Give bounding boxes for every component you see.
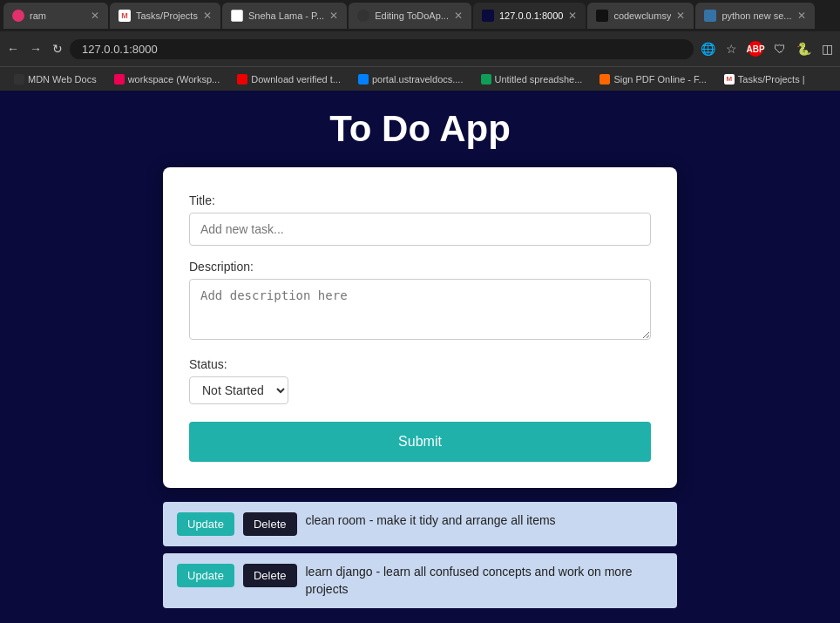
tab-instagram[interactable]: ram ✕	[3, 3, 108, 29]
bookmark-workspace[interactable]: workspace (Worksp...	[107, 72, 227, 86]
bookmark-sign-pdf[interactable]: Sign PDF Online - F...	[593, 72, 713, 86]
status-select[interactable]: Not Started In Progress Completed	[189, 376, 288, 404]
bookmark-download[interactable]: Download verified t...	[230, 72, 348, 86]
tab-python[interactable]: python new se... ✕	[695, 3, 814, 29]
bookmark-tasks[interactable]: M Tasks/Projects |	[717, 72, 812, 86]
bookmark-sheets[interactable]: Untitled spreadshe...	[474, 72, 590, 86]
tab-sneha-close[interactable]: ✕	[329, 10, 338, 22]
description-textarea[interactable]	[189, 279, 651, 340]
bookmark-portal[interactable]: portal.ustraveldocs....	[351, 72, 471, 86]
tab-gmail-label: Tasks/Projects	[136, 10, 198, 21]
page-title: To Do App	[329, 108, 511, 150]
task-item-1: Update Delete clean room - make it tidy …	[163, 502, 677, 546]
address-bar[interactable]: 127.0.0.1:8000	[70, 39, 694, 59]
address-bar-row: ← → ↻ 127.0.0.1:8000 🌐 ☆ ABP 🛡 🐍 ◫	[0, 31, 840, 66]
tab-codewclumsy-label: codewclumsy	[613, 10, 671, 21]
bookmark-download-label: Download verified t...	[251, 74, 341, 85]
task-item-2: Update Delete learn django - learn all c…	[163, 553, 677, 608]
back-icon[interactable]: ←	[7, 42, 19, 56]
tab-python-label: python new se...	[721, 10, 791, 21]
submit-button[interactable]: Submit	[189, 422, 651, 462]
tab-gmail[interactable]: M Tasks/Projects ✕	[110, 3, 220, 29]
bookmark-workspace-label: workspace (Worksp...	[128, 74, 220, 85]
update-button-1[interactable]: Update	[177, 512, 234, 536]
tab-localhost-label: 127.0.0.1:8000	[499, 10, 563, 21]
page-content: To Do App Title: Description: Status: No…	[0, 91, 840, 623]
delete-button-1[interactable]: Delete	[243, 512, 297, 536]
tab-instagram-label: ram	[30, 10, 85, 21]
tab-bar: ram ✕ M Tasks/Projects ✕ Sneha Lama - P.…	[0, 0, 840, 31]
bookmark-sign-pdf-label: Sign PDF Online - F...	[613, 74, 706, 85]
tab-github-label: Editing ToDoAp...	[375, 10, 449, 21]
bookmark-tasks-label: Tasks/Projects |	[738, 74, 805, 85]
status-label: Status:	[189, 357, 651, 371]
adblock-icon[interactable]: ABP	[748, 41, 763, 57]
bookmark-mdn-label: MDN Web Docs	[28, 74, 97, 85]
bookmark-portal-label: portal.ustraveldocs....	[372, 74, 464, 85]
extensions-icon[interactable]: ◫	[822, 42, 833, 56]
tab-sneha-label: Sneha Lama - P...	[248, 10, 324, 21]
task-text-1: clean room - make it tidy and arrange al…	[306, 512, 556, 530]
task-list: Update Delete clean room - make it tidy …	[163, 502, 677, 608]
bookmark-mdn[interactable]: MDN Web Docs	[7, 72, 104, 86]
bookmark-sheets-label: Untitled spreadshe...	[495, 74, 583, 85]
forward-icon[interactable]: →	[30, 42, 42, 56]
tab-codewclumsy[interactable]: codewclumsy ✕	[587, 3, 694, 29]
title-label: Title:	[189, 193, 651, 207]
task-text-2: learn django - learn all confused concep…	[306, 564, 664, 598]
bookmarks-bar: MDN Web Docs workspace (Worksp... Downlo…	[0, 66, 840, 91]
tab-github[interactable]: Editing ToDoAp... ✕	[349, 3, 471, 29]
shield-icon[interactable]: 🛡	[774, 42, 786, 56]
title-input[interactable]	[189, 213, 651, 246]
tab-localhost[interactable]: 127.0.0.1:8000 ✕	[473, 3, 586, 29]
description-label: Description:	[189, 260, 651, 274]
tab-instagram-close[interactable]: ✕	[91, 10, 99, 22]
address-text: 127.0.0.1:8000	[82, 43, 158, 56]
tab-sneha[interactable]: Sneha Lama - P... ✕	[222, 3, 347, 29]
snake-icon[interactable]: 🐍	[796, 42, 811, 56]
tab-github-close[interactable]: ✕	[454, 10, 463, 22]
update-button-2[interactable]: Update	[177, 564, 234, 587]
tab-codewclumsy-close[interactable]: ✕	[676, 10, 685, 22]
bookmark-icon[interactable]: ☆	[726, 42, 737, 56]
nav-buttons: ← → ↻	[7, 42, 63, 56]
tab-gmail-close[interactable]: ✕	[203, 10, 212, 22]
tab-python-close[interactable]: ✕	[797, 10, 806, 22]
reload-icon[interactable]: ↻	[52, 42, 63, 56]
toolbar-icons: 🌐 ☆ ABP 🛡 🐍 ◫	[701, 41, 833, 57]
browser-chrome: ram ✕ M Tasks/Projects ✕ Sneha Lama - P.…	[0, 0, 840, 91]
tab-localhost-close[interactable]: ✕	[568, 10, 577, 22]
translate-icon[interactable]: 🌐	[701, 42, 715, 56]
form-card: Title: Description: Status: Not Started …	[163, 167, 677, 488]
delete-button-2[interactable]: Delete	[243, 564, 297, 587]
